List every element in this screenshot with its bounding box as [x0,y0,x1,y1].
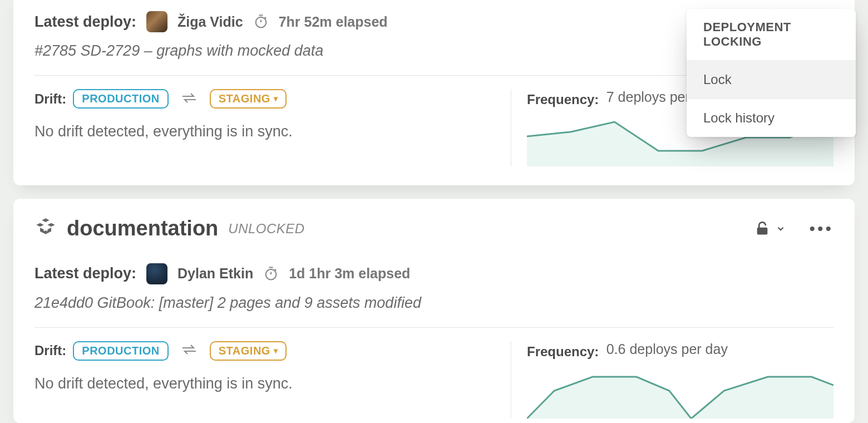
frequency-value: 0.6 deploys per day [606,341,728,357]
stopwatch-icon [263,266,279,282]
env-pill-production[interactable]: PRODUCTION [73,341,168,361]
env-pill-label: STAGING [219,344,270,357]
swap-icon [181,344,198,357]
env-pill-staging[interactable]: STAGING ▾ [210,341,287,361]
latest-deploy-label: Latest deploy: [34,265,136,282]
svg-point-0 [255,17,266,28]
env-pill-label: PRODUCTION [82,92,159,105]
popover-header: DEPLOYMENT LOCKING [687,9,856,61]
lock-dropdown[interactable] [754,221,786,237]
latest-deploy-label: Latest deploy: [34,13,136,31]
env-pill-label: STAGING [219,92,270,105]
drift-message: No drift detected, everything is in sync… [34,375,494,392]
frequency-label: Frequency: [527,344,599,360]
commit-message: 21e4dd0 GitBook: [master] 2 pages and 9 … [34,294,834,312]
elapsed-time: 7hr 52m elapsed [279,14,388,30]
chevron-down-icon: ▾ [274,95,278,102]
project-card: documentation UNLOCKED ••• Latest deploy… [13,199,855,423]
frequency-label: Frequency: [527,92,599,107]
drift-message: No drift detected, everything is in sync… [34,123,494,140]
env-pill-staging[interactable]: STAGING ▾ [210,89,287,109]
drift-label: Drift: [34,91,66,107]
divider [34,327,834,328]
svg-rect-1 [757,227,768,234]
deployer-name: Dylan Etkin [177,265,253,282]
latest-deploy-row: Latest deploy: Dylan Etkin 1d 1hr 3m ela… [34,263,834,284]
project-name[interactable]: documentation [67,217,218,240]
avatar [146,11,167,32]
popover-item-lock[interactable]: Lock [687,61,856,99]
deployer-name: Žiga Vidic [177,14,243,30]
chevron-down-icon: ▾ [274,347,278,355]
more-menu-button[interactable]: ••• [809,219,834,238]
avatar [146,263,167,284]
unlock-icon [754,221,770,237]
svg-point-2 [266,269,277,280]
elapsed-time: 1d 1hr 3m elapsed [289,265,410,282]
boxes-icon [34,217,57,241]
lock-state-label: UNLOCKED [228,221,304,237]
deployment-locking-popover: DEPLOYMENT LOCKING Lock Lock history [687,9,856,137]
popover-item-lock-history[interactable]: Lock history [687,99,856,137]
drift-label: Drift: [34,343,66,358]
frequency-sparkline [527,368,834,419]
stopwatch-icon [253,14,269,29]
swap-icon [181,92,198,106]
chevron-down-icon [776,224,786,234]
env-pill-production[interactable]: PRODUCTION [73,89,168,109]
env-pill-label: PRODUCTION [82,344,159,357]
